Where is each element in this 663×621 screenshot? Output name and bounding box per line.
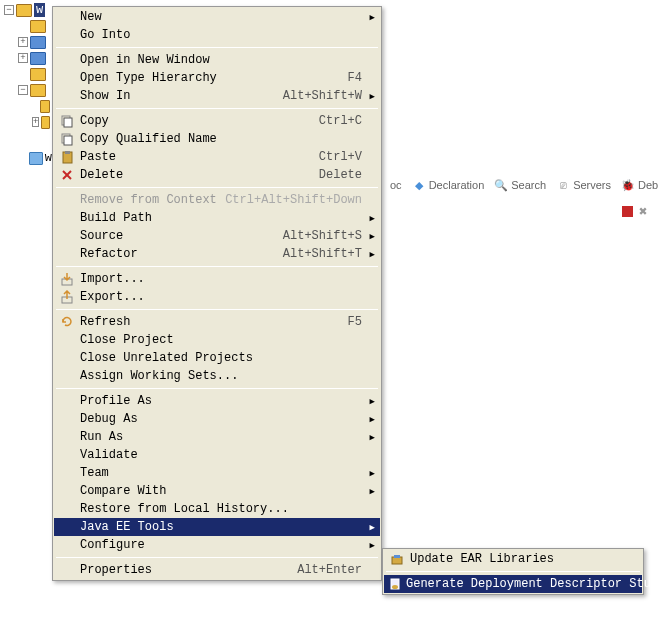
svg-point-13: [392, 585, 398, 589]
ear-icon: [388, 551, 406, 567]
menu-item-label: Java EE Tools: [80, 520, 376, 534]
submenu-arrow-icon: ▶: [370, 432, 375, 443]
menu-item-properties[interactable]: PropertiesAlt+Enter: [54, 561, 380, 579]
tree-node-label: w: [34, 3, 45, 17]
menu-item-remove-from-context: Remove from ContextCtrl+Alt+Shift+Down: [54, 191, 380, 209]
tree-node[interactable]: +: [16, 50, 52, 66]
menu-item-label: Generate Deployment Descriptor Stub: [406, 577, 658, 591]
menu-item-source[interactable]: SourceAlt+Shift+S▶: [54, 227, 380, 245]
menu-item-assign-working-sets[interactable]: Assign Working Sets...: [54, 367, 380, 385]
menu-separator: [56, 266, 378, 267]
tab-label: Deb: [638, 179, 658, 191]
menu-item-new[interactable]: New▶: [54, 8, 380, 26]
menu-item-close-project[interactable]: Close Project: [54, 331, 380, 349]
tab-servers[interactable]: ⎚ Servers: [556, 178, 611, 192]
tree-node[interactable]: +: [30, 114, 52, 130]
menu-item-label: Go Into: [80, 28, 376, 42]
tab-search[interactable]: 🔍 Search: [494, 178, 546, 192]
tree-node[interactable]: [16, 66, 52, 82]
menu-item-label: Open in New Window: [80, 53, 376, 67]
menu-item-restore-from-local-history[interactable]: Restore from Local History...: [54, 500, 380, 518]
menu-item-build-path[interactable]: Build Path▶: [54, 209, 380, 227]
menu-item-shortcut: Alt+Enter: [297, 563, 362, 577]
menu-item-label: Refresh: [80, 315, 348, 329]
svg-rect-10: [392, 557, 402, 564]
menu-item-delete[interactable]: DeleteDelete: [54, 166, 380, 184]
tree-node[interactable]: [16, 18, 52, 34]
svg-rect-5: [65, 151, 70, 154]
submenu-arrow-icon: ▶: [370, 396, 375, 407]
folder-icon: [41, 116, 50, 129]
menu-item-label: Profile As: [80, 394, 376, 408]
menu-separator: [386, 571, 640, 572]
menu-item-generate-deployment-descriptor-stub[interactable]: Generate Deployment Descriptor Stub: [384, 575, 642, 593]
project-tree: − w + + − + w: [2, 2, 52, 166]
stop-icon[interactable]: [622, 206, 633, 217]
blank-icon: [58, 368, 76, 384]
close-icon[interactable]: ✖: [639, 206, 651, 218]
menu-item-refresh[interactable]: RefreshF5: [54, 313, 380, 331]
menu-item-label: Team: [80, 466, 376, 480]
menu-item-open-in-new-window[interactable]: Open in New Window: [54, 51, 380, 69]
blank-icon: [58, 411, 76, 427]
blank-icon: [58, 246, 76, 262]
svg-rect-3: [64, 136, 72, 145]
blank-icon: [58, 501, 76, 517]
menu-item-update-ear-libraries[interactable]: Update EAR Libraries: [384, 550, 642, 568]
tree-node[interactable]: w: [16, 150, 52, 166]
tab-doc[interactable]: oc: [390, 178, 402, 192]
menu-item-label: Build Path: [80, 211, 376, 225]
refresh-icon: [58, 314, 76, 330]
menu-item-refactor[interactable]: RefactorAlt+Shift+T▶: [54, 245, 380, 263]
svg-rect-1: [64, 118, 72, 127]
submenu-arrow-icon: ▶: [370, 468, 375, 479]
menu-item-label: Validate: [80, 448, 376, 462]
menu-item-configure[interactable]: Configure▶: [54, 536, 380, 554]
copy-icon: [58, 131, 76, 147]
menu-item-team[interactable]: Team▶: [54, 464, 380, 482]
menu-item-label: Compare With: [80, 484, 376, 498]
menu-item-copy-qualified-name[interactable]: Copy Qualified Name: [54, 130, 380, 148]
menu-item-paste[interactable]: PasteCtrl+V: [54, 148, 380, 166]
submenu-arrow-icon: ▶: [370, 414, 375, 425]
menu-item-java-ee-tools[interactable]: Java EE Tools▶: [54, 518, 380, 536]
menu-item-profile-as[interactable]: Profile As▶: [54, 392, 380, 410]
menu-item-copy[interactable]: CopyCtrl+C: [54, 112, 380, 130]
menu-item-run-as[interactable]: Run As▶: [54, 428, 380, 446]
expand-toggle-icon[interactable]: −: [4, 5, 14, 15]
tab-label: Servers: [573, 179, 611, 191]
menu-item-compare-with[interactable]: Compare With▶: [54, 482, 380, 500]
menu-item-go-into[interactable]: Go Into: [54, 26, 380, 44]
menu-item-label: Close Project: [80, 333, 376, 347]
menu-item-shortcut: F4: [348, 71, 362, 85]
menu-item-validate[interactable]: Validate: [54, 446, 380, 464]
menu-item-label: Copy: [80, 114, 319, 128]
menu-item-import[interactable]: Import...: [54, 270, 380, 288]
tree-node[interactable]: +: [16, 34, 52, 50]
menu-item-open-type-hierarchy[interactable]: Open Type HierarchyF4: [54, 69, 380, 87]
tab-declaration[interactable]: ◆ Declaration: [412, 178, 485, 192]
tree-node[interactable]: [30, 98, 52, 114]
menu-item-label: Refactor: [80, 247, 283, 261]
menu-item-close-unrelated-projects[interactable]: Close Unrelated Projects: [54, 349, 380, 367]
menu-separator: [56, 388, 378, 389]
expand-toggle-icon[interactable]: +: [32, 117, 39, 127]
tab-label: Declaration: [429, 179, 485, 191]
menu-item-debug-as[interactable]: Debug As▶: [54, 410, 380, 428]
tree-node[interactable]: −: [16, 82, 52, 98]
menu-item-label: Properties: [80, 563, 297, 577]
expand-toggle-icon[interactable]: +: [18, 53, 28, 63]
tree-node-root[interactable]: − w: [2, 2, 52, 18]
tab-debug[interactable]: 🐞 Deb: [621, 178, 658, 192]
search-icon: 🔍: [494, 178, 508, 192]
servers-icon: ⎚: [556, 178, 570, 192]
expand-toggle-icon[interactable]: −: [18, 85, 28, 95]
submenu-arrow-icon: ▶: [370, 486, 375, 497]
blank-icon: [58, 447, 76, 463]
editor-tabs-strip: oc ◆ Declaration 🔍 Search ⎚ Servers 🐞 De…: [390, 178, 658, 192]
menu-item-label: Export...: [80, 290, 376, 304]
menu-separator: [56, 557, 378, 558]
menu-item-export[interactable]: Export...: [54, 288, 380, 306]
menu-item-show-in[interactable]: Show InAlt+Shift+W▶: [54, 87, 380, 105]
expand-toggle-icon[interactable]: +: [18, 37, 28, 47]
